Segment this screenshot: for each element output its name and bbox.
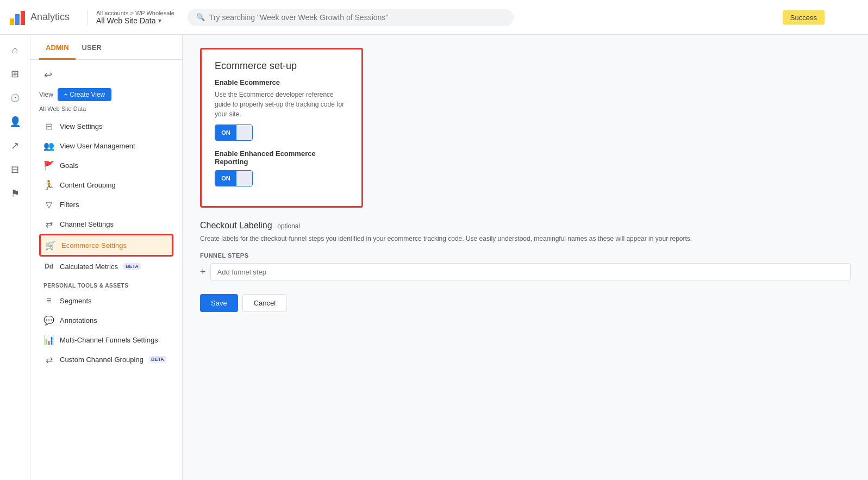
admin-area: ADMIN USER ↩ View + Create View All Web … bbox=[30, 35, 868, 480]
analytics-logo-icon bbox=[9, 9, 26, 26]
ecommerce-settings-label: Ecommerce Settings bbox=[61, 241, 127, 250]
funnel-step-row: + bbox=[200, 263, 851, 281]
toggle2-on-label: ON bbox=[215, 171, 236, 186]
multi-channel-icon: 📊 bbox=[43, 334, 54, 345]
logo: Analytics bbox=[9, 9, 70, 26]
sidebar-item-behavior[interactable]: ⊟ bbox=[4, 159, 26, 180]
enable-ecommerce-toggle[interactable]: ON bbox=[215, 124, 253, 141]
content-grouping-label: Content Grouping bbox=[60, 181, 116, 189]
checkout-title-row: Checkout Labeling optional bbox=[200, 221, 851, 230]
breadcrumb-bottom[interactable]: All Web Site Data ▾ bbox=[96, 16, 174, 25]
ecommerce-settings-icon: 🛒 bbox=[45, 240, 56, 251]
sidebar-item-acquisition[interactable]: ↗ bbox=[4, 135, 26, 157]
view-settings-icon: ⊟ bbox=[43, 121, 54, 132]
admin-tabs: ADMIN USER bbox=[30, 35, 182, 60]
ecommerce-setup-card: Ecommerce set-up Enable Ecommerce Use th… bbox=[200, 48, 363, 208]
segments-label: Segments bbox=[60, 297, 92, 305]
sidebar-item-home[interactable]: ⌂ bbox=[4, 39, 26, 61]
sidebar-item-view-user-management[interactable]: 👥 View User Management bbox=[39, 136, 173, 155]
sidebar-item-filters[interactable]: ▽ Filters bbox=[39, 195, 173, 214]
filters-label: Filters bbox=[60, 201, 79, 209]
checkout-optional: optional bbox=[277, 222, 300, 230]
breadcrumb-dropdown-icon[interactable]: ▾ bbox=[158, 17, 161, 24]
search-bar[interactable]: 🔍 bbox=[188, 9, 514, 26]
content-grouping-icon: 🏃 bbox=[43, 179, 54, 190]
view-user-mgmt-icon: 👥 bbox=[43, 140, 54, 151]
enable-ecommerce-label: Enable Ecommerce bbox=[215, 78, 348, 86]
header: Analytics All accounts > WP Wholesale Al… bbox=[0, 0, 868, 35]
enable-enhanced-toggle[interactable]: ON bbox=[215, 170, 253, 186]
sidebar-item-calculated-metrics[interactable]: Dd Calculated Metrics BETA bbox=[39, 257, 173, 276]
view-user-mgmt-label: View User Management bbox=[60, 142, 135, 150]
svg-rect-1 bbox=[15, 14, 20, 25]
app-body: ⌂ ⊞ 🕐 👤 ↗ ⊟ ⚑ ADMIN USER ↩ View + Create… bbox=[0, 35, 868, 480]
checkout-labeling-section: Checkout Labeling optional Create labels… bbox=[200, 221, 851, 281]
checkout-title: Checkout Labeling bbox=[200, 221, 272, 230]
sidebar-item-segments[interactable]: ≡ Segments bbox=[39, 291, 173, 310]
save-button[interactable]: Save bbox=[200, 294, 238, 312]
sidebar-item-custom-channel-grouping[interactable]: ⇄ Custom Channel Grouping BETA bbox=[39, 350, 173, 369]
funnel-step-input[interactable] bbox=[210, 263, 851, 281]
channel-settings-label: Channel Settings bbox=[60, 220, 114, 228]
search-input[interactable] bbox=[209, 13, 505, 22]
sidebar-item-dashboard[interactable]: ⊞ bbox=[4, 63, 26, 85]
sidebar-item-ecommerce-settings[interactable]: 🛒 Ecommerce Settings bbox=[39, 234, 173, 257]
cancel-button[interactable]: Cancel bbox=[242, 294, 287, 312]
svg-rect-2 bbox=[21, 11, 25, 25]
annotations-icon: 💬 bbox=[43, 315, 54, 326]
view-row: View + Create View bbox=[39, 88, 173, 101]
tab-user[interactable]: USER bbox=[76, 35, 108, 60]
app-title: Analytics bbox=[30, 11, 70, 23]
calculated-metrics-badge: BETA bbox=[123, 263, 141, 270]
sidebar-item-goals[interactable]: 🚩 Goals bbox=[39, 155, 173, 175]
back-arrow-button[interactable]: ↩ bbox=[39, 66, 57, 84]
sidebar-icons: ⌂ ⊞ 🕐 👤 ↗ ⊟ ⚑ bbox=[0, 35, 30, 480]
toggle2-off-area bbox=[236, 171, 252, 186]
sidebar-item-annotations[interactable]: 💬 Annotations bbox=[39, 310, 173, 330]
sidebar-item-multi-channel-funnels[interactable]: 📊 Multi-Channel Funnels Settings bbox=[39, 330, 173, 350]
sidebar-item-content-grouping[interactable]: 🏃 Content Grouping bbox=[39, 175, 173, 195]
enable-enhanced-label: Enable Enhanced Ecommerce Reporting bbox=[215, 149, 348, 166]
filters-icon: ▽ bbox=[43, 199, 54, 210]
view-settings-label: View Settings bbox=[60, 122, 103, 130]
personal-tools-heading: PERSONAL TOOLS & ASSETS bbox=[39, 276, 173, 291]
search-icon: 🔍 bbox=[196, 13, 205, 21]
custom-channel-icon: ⇄ bbox=[43, 354, 54, 365]
custom-channel-label: Custom Channel Grouping bbox=[60, 356, 143, 364]
create-view-button[interactable]: + Create View bbox=[58, 88, 112, 101]
main-content: Ecommerce set-up Enable Ecommerce Use th… bbox=[183, 35, 868, 480]
breadcrumb-top: All accounts > WP Wholesale bbox=[96, 10, 174, 16]
calculated-metrics-label: Calculated Metrics bbox=[60, 263, 118, 271]
segments-icon: ≡ bbox=[43, 295, 54, 306]
breadcrumb-current: All Web Site Data bbox=[96, 16, 155, 25]
success-badge: Success bbox=[783, 10, 825, 24]
view-label: View bbox=[39, 91, 53, 98]
toggle1-off-area bbox=[236, 125, 252, 140]
calculated-metrics-icon: Dd bbox=[43, 261, 54, 272]
funnel-steps-label: FUNNEL STEPS bbox=[200, 252, 851, 259]
enable-ecommerce-desc: Use the Ecommerce developer reference gu… bbox=[215, 90, 348, 119]
ecommerce-setup-title: Ecommerce set-up bbox=[215, 60, 348, 72]
breadcrumb: All accounts > WP Wholesale All Web Site… bbox=[87, 10, 174, 25]
toggle1-on-label: ON bbox=[215, 125, 236, 140]
multi-channel-label: Multi-Channel Funnels Settings bbox=[60, 336, 158, 344]
tab-admin[interactable]: ADMIN bbox=[39, 35, 76, 60]
sidebar-item-audience[interactable]: 👤 bbox=[4, 111, 26, 133]
add-funnel-step-plus[interactable]: + bbox=[200, 266, 206, 278]
svg-rect-0 bbox=[10, 18, 14, 25]
goals-icon: 🚩 bbox=[43, 160, 54, 171]
nav-section-subtitle: All Web Site Data bbox=[39, 105, 173, 112]
goals-label: Goals bbox=[60, 161, 78, 170]
channel-settings-icon: ⇄ bbox=[43, 219, 54, 229]
sidebar-item-conversions[interactable]: ⚑ bbox=[4, 183, 26, 204]
action-buttons: Save Cancel bbox=[200, 294, 851, 312]
sidebar-item-reports[interactable]: 🕐 bbox=[4, 87, 26, 109]
sidebar-item-channel-settings[interactable]: ⇄ Channel Settings bbox=[39, 214, 173, 234]
checkout-desc: Create labels for the checkout-funnel st… bbox=[200, 234, 851, 244]
sidebar-item-view-settings[interactable]: ⊟ View Settings bbox=[39, 116, 173, 136]
nav-section: ↩ View + Create View All Web Site Data ⊟… bbox=[30, 60, 182, 480]
annotations-label: Annotations bbox=[60, 316, 97, 325]
admin-nav-panel: ADMIN USER ↩ View + Create View All Web … bbox=[30, 35, 183, 480]
custom-channel-badge: BETA bbox=[149, 356, 166, 363]
